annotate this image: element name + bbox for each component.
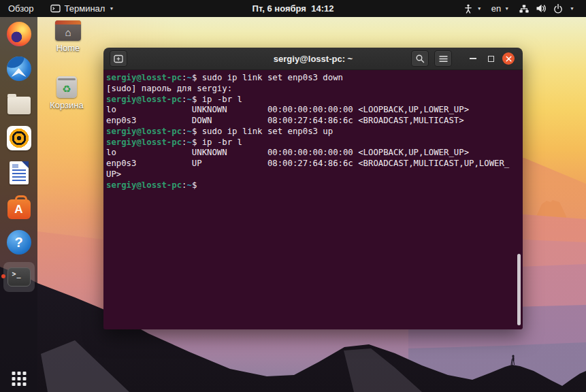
terminal-line: sergiy@losst-pc:~$ ip -br l [106, 95, 520, 105]
terminal-app-icon [50, 4, 61, 13]
dock-item-rhythmbox[interactable] [3, 123, 35, 153]
terminal-line: lo UNKNOWN 00:00:00:00:00:00 <LOOPBACK,U… [106, 105, 520, 116]
terminal-icon: >_ [7, 267, 31, 287]
chevron-down-icon: ▼ [504, 6, 509, 11]
chevron-down-icon: ▼ [477, 6, 482, 11]
volume-icon [536, 3, 547, 14]
firefox-icon [7, 22, 31, 46]
rhythmbox-icon [7, 126, 31, 150]
close-icon [506, 56, 512, 62]
dock-item-thunderbird[interactable] [3, 54, 35, 84]
search-icon [415, 54, 425, 63]
ubuntu-software-icon: A [7, 199, 31, 219]
hiker-silhouette [509, 355, 517, 365]
help-icon: ? [7, 230, 31, 255]
dock-item-firefox[interactable] [3, 19, 35, 49]
dock: A ? >_ [0, 17, 37, 392]
desktop-icon-home[interactable]: ⌂ Home [49, 20, 87, 53]
new-tab-button[interactable] [110, 50, 127, 67]
dock-item-files[interactable] [3, 88, 35, 118]
accessibility-icon [463, 3, 474, 14]
close-button[interactable] [502, 52, 515, 65]
app-menu-label: Терминал [65, 3, 105, 14]
dock-item-help[interactable]: ? [3, 227, 35, 257]
network-wired-icon [519, 3, 530, 14]
terminal-line: enp0s3 DOWN 08:00:27:64:86:6c <BROADCAST… [106, 116, 520, 127]
libreoffice-writer-icon [10, 161, 29, 184]
thunderbird-icon [7, 56, 31, 81]
app-menu[interactable]: Терминал ▼ [42, 0, 123, 17]
chevron-down-icon: ▼ [570, 6, 574, 11]
menu-button[interactable] [434, 50, 452, 67]
terminal-line: [sudo] пароль для sergiy: [106, 84, 520, 95]
minimize-icon [470, 58, 476, 59]
terminal-line: sergiy@losst-pc:~$ ip -br l [106, 137, 520, 148]
hamburger-icon [439, 55, 448, 63]
terminal-line: sergiy@losst-pc:~$ sudo ip link set enp0… [106, 127, 520, 137]
keyboard-layout-menu[interactable]: en ▼ [487, 0, 514, 17]
minimize-button[interactable] [467, 52, 479, 65]
keyboard-layout-label: en [491, 3, 501, 14]
terminal-line: lo UNKNOWN 00:00:00:00:00:00 <LOOPBACK,U… [106, 148, 520, 159]
home-folder-icon: ⌂ [55, 20, 81, 41]
accessibility-menu[interactable]: ▼ [458, 0, 487, 17]
maximize-button[interactable] [485, 52, 497, 65]
desktop-icon-label: Home [56, 43, 80, 53]
system-menu[interactable]: ▼ [514, 0, 579, 17]
show-applications-button[interactable] [12, 372, 26, 386]
terminal-line: sergiy@losst-pc:~$ [106, 180, 520, 191]
terminal-line: sergiy@losst-pc:~$ sudo ip link set enp0… [106, 73, 520, 84]
chevron-down-icon: ▼ [109, 6, 114, 11]
dock-item-libreoffice-writer[interactable] [3, 158, 35, 188]
dock-item-ubuntu-software[interactable]: A [3, 193, 35, 223]
terminal-line: UP> [106, 169, 520, 180]
files-icon [7, 97, 31, 114]
clock-button[interactable] [225, 0, 361, 17]
trash-icon: ♻ [56, 76, 77, 98]
dock-item-terminal[interactable]: >_ [3, 262, 35, 292]
terminal-line: enp0s3 UP 08:00:27:64:86:6c <BROADCAST,M… [106, 159, 520, 169]
terminal-window: sergiy@losst-pc: ~ [103, 48, 523, 329]
search-button[interactable] [411, 50, 429, 67]
terminal-output[interactable]: sergiy@losst-pc:~$ sudo ip link set enp0… [103, 70, 523, 329]
maximize-icon [488, 56, 494, 62]
desktop-icon-trash[interactable]: ♻ Корзина [48, 76, 86, 110]
top-bar: Обзор Терминал ▼ Пт, 6 ноября 14:12 ▼ [0, 0, 586, 17]
power-icon [553, 3, 564, 14]
terminal-titlebar[interactable]: sergiy@losst-pc: ~ [103, 48, 523, 70]
running-indicator-dot [1, 274, 5, 278]
activities-button[interactable]: Обзор [0, 0, 42, 17]
scrollbar-thumb[interactable] [517, 254, 521, 325]
desktop-icon-label: Корзина [50, 100, 84, 110]
